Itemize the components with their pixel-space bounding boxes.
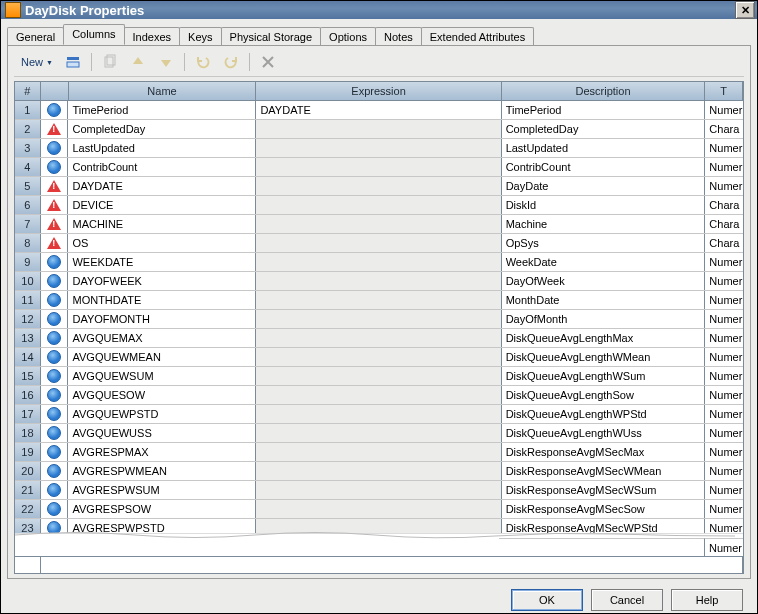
description-cell[interactable]: TimePeriod <box>502 101 706 119</box>
table-row[interactable]: 8OSOpSysChara <box>15 234 743 253</box>
tab-indexes[interactable]: Indexes <box>124 27 181 46</box>
tab-columns[interactable]: Columns <box>63 24 124 45</box>
row-number[interactable]: 14 <box>15 348 41 366</box>
tab-options[interactable]: Options <box>320 27 376 46</box>
name-cell[interactable]: AVGQUEWMEAN <box>68 348 256 366</box>
row-number[interactable]: 13 <box>15 329 41 347</box>
description-cell[interactable]: DiskQueueAvgLengthWSum <box>502 367 706 385</box>
table-row[interactable]: 13AVGQUEMAXDiskQueueAvgLengthMaxNumer <box>15 329 743 348</box>
table-row[interactable]: 2CompletedDayCompletedDayChara <box>15 120 743 139</box>
table-row[interactable]: 20AVGRESPWMEANDiskResponseAvgMSecWMeanNu… <box>15 462 743 481</box>
type-cell[interactable]: Numer <box>705 348 743 366</box>
name-cell[interactable]: AVGQUEWUSS <box>68 424 256 442</box>
expression-cell[interactable] <box>256 386 501 404</box>
expression-cell[interactable] <box>256 405 501 423</box>
description-cell[interactable]: DiskQueueAvgLengthWPStd <box>502 405 706 423</box>
edit-main[interactable] <box>41 557 743 573</box>
tab-general[interactable]: General <box>7 27 64 46</box>
description-cell[interactable]: DayOfMonth <box>502 310 706 328</box>
row-number[interactable]: 20 <box>15 462 41 480</box>
type-cell[interactable]: Numer <box>705 443 743 461</box>
row-number[interactable]: 2 <box>15 120 41 138</box>
description-cell[interactable]: WeekDate <box>502 253 706 271</box>
table-row[interactable]: 21AVGRESPWSUMDiskResponseAvgMSecWSumNume… <box>15 481 743 500</box>
expression-cell[interactable] <box>256 272 501 290</box>
description-cell[interactable]: DiskResponseAvgMSecSow <box>502 500 706 518</box>
name-cell[interactable]: WEEKDATE <box>68 253 256 271</box>
type-cell[interactable]: Chara <box>705 234 743 252</box>
description-cell[interactable]: OpSys <box>502 234 706 252</box>
expression-cell[interactable] <box>256 500 501 518</box>
table-row[interactable]: 22AVGRESPSOWDiskResponseAvgMSecSowNumer <box>15 500 743 519</box>
type-cell[interactable]: Numer <box>705 139 743 157</box>
cancel-button[interactable]: Cancel <box>591 589 663 611</box>
row-number[interactable]: 16 <box>15 386 41 404</box>
row-number[interactable]: 3 <box>15 139 41 157</box>
type-cell[interactable]: Chara <box>705 196 743 214</box>
row-number[interactable]: 4 <box>15 158 41 176</box>
table-row[interactable]: 12DAYOFMONTHDayOfMonthNumer <box>15 310 743 329</box>
type-cell[interactable]: Numer <box>705 291 743 309</box>
description-cell[interactable]: DayDate <box>502 177 706 195</box>
type-cell[interactable]: Numer <box>705 329 743 347</box>
description-cell[interactable]: MonthDate <box>502 291 706 309</box>
tab-physical-storage[interactable]: Physical Storage <box>221 27 322 46</box>
row-number[interactable]: 11 <box>15 291 41 309</box>
type-cell[interactable]: Numer <box>705 101 743 119</box>
header-type[interactable]: T <box>705 82 743 100</box>
type-cell[interactable]: Numer <box>705 405 743 423</box>
name-cell[interactable]: OS <box>68 234 256 252</box>
expression-cell[interactable] <box>256 196 501 214</box>
help-button[interactable]: Help <box>671 589 743 611</box>
expression-cell[interactable] <box>256 462 501 480</box>
name-cell[interactable]: AVGQUEWSUM <box>68 367 256 385</box>
header-expression[interactable]: Expression <box>256 82 501 100</box>
type-cell[interactable]: Numer <box>705 424 743 442</box>
type-cell[interactable]: Numer <box>705 158 743 176</box>
expression-cell[interactable] <box>256 215 501 233</box>
type-cell[interactable]: Numer <box>705 386 743 404</box>
name-cell[interactable]: TimePeriod <box>68 101 256 119</box>
name-cell[interactable]: DAYDATE <box>68 177 256 195</box>
table-row[interactable]: 4ContribCountContribCountNumer <box>15 158 743 177</box>
row-number[interactable]: 22 <box>15 500 41 518</box>
row-number[interactable]: 17 <box>15 405 41 423</box>
type-cell[interactable]: Numer <box>705 367 743 385</box>
expression-cell[interactable] <box>256 367 501 385</box>
name-cell[interactable]: CompletedDay <box>68 120 256 138</box>
type-cell[interactable]: Numer <box>705 462 743 480</box>
row-number[interactable]: 19 <box>15 443 41 461</box>
row-number[interactable]: 7 <box>15 215 41 233</box>
expression-cell[interactable] <box>256 158 501 176</box>
row-number[interactable]: 5 <box>15 177 41 195</box>
description-cell[interactable]: Machine <box>502 215 706 233</box>
expression-cell[interactable] <box>256 253 501 271</box>
name-cell[interactable]: AVGQUEWPSTD <box>68 405 256 423</box>
description-cell[interactable]: DiskId <box>502 196 706 214</box>
type-cell[interactable]: Numer <box>705 177 743 195</box>
name-cell[interactable]: AVGRESPWMEAN <box>68 462 256 480</box>
table-row[interactable]: 9WEEKDATEWeekDateNumer <box>15 253 743 272</box>
expression-cell[interactable] <box>256 177 501 195</box>
name-cell[interactable]: AVGQUEMAX <box>68 329 256 347</box>
name-cell[interactable]: ContribCount <box>68 158 256 176</box>
description-cell[interactable]: ContribCount <box>502 158 706 176</box>
table-row[interactable]: 19AVGRESPMAXDiskResponseAvgMSecMaxNumer <box>15 443 743 462</box>
table-row[interactable]: 16AVGQUESOWDiskQueueAvgLengthSowNumer <box>15 386 743 405</box>
row-number[interactable]: 21 <box>15 481 41 499</box>
tab-notes[interactable]: Notes <box>375 27 422 46</box>
type-cell[interactable]: Chara <box>705 215 743 233</box>
ok-button[interactable]: OK <box>511 589 583 611</box>
header-icon[interactable] <box>41 82 69 100</box>
expression-cell[interactable] <box>256 443 501 461</box>
name-cell[interactable]: AVGRESPWSUM <box>68 481 256 499</box>
row-number[interactable]: 12 <box>15 310 41 328</box>
name-cell[interactable]: DAYOFMONTH <box>68 310 256 328</box>
description-cell[interactable]: DiskQueueAvgLengthWMean <box>502 348 706 366</box>
expression-cell[interactable] <box>256 310 501 328</box>
name-cell[interactable]: MONTHDATE <box>68 291 256 309</box>
table-row[interactable]: 5DAYDATEDayDateNumer <box>15 177 743 196</box>
name-cell[interactable]: DEVICE <box>68 196 256 214</box>
header-num[interactable]: # <box>15 82 41 100</box>
type-cell[interactable]: Numer <box>705 310 743 328</box>
